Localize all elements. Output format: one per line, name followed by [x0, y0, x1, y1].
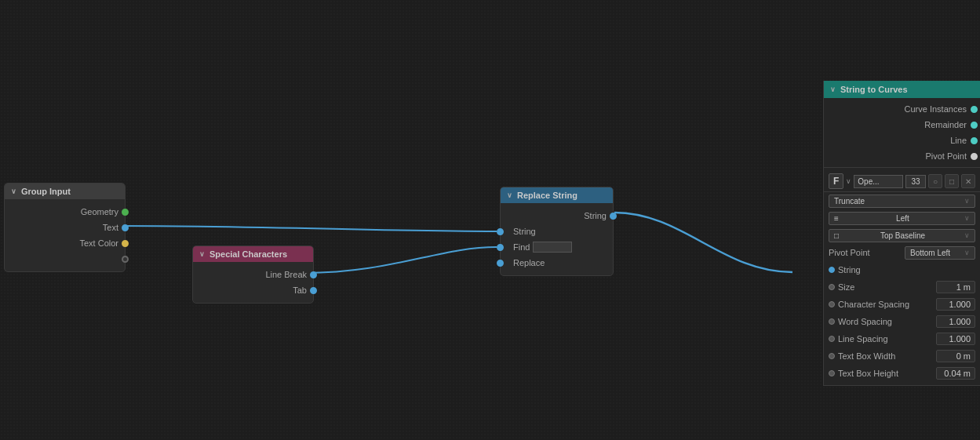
pivot-chevron: ∨ [964, 249, 970, 256]
pivot-value-label: Bottom Left [910, 249, 950, 257]
rs-string-in-label: String [513, 227, 536, 236]
text-label: Text [103, 223, 118, 232]
rs-string-out-label: String [584, 211, 607, 220]
align-icon: ≡ [834, 214, 839, 223]
rs-string-out-row: String [501, 208, 613, 224]
string-to-curves-title: String to Curves [840, 85, 908, 94]
baseline-chevron: ∨ [964, 231, 970, 239]
tab-socket[interactable] [310, 287, 317, 294]
group-input-title: Group Input [21, 187, 71, 196]
text-box-width-socket[interactable] [829, 353, 835, 359]
char-spacing-label: Character Spacing [838, 300, 936, 309]
string-socket-label: String [838, 265, 975, 275]
replace-string-body: String String Find Replace [501, 203, 613, 275]
extra-socket[interactable] [122, 256, 129, 263]
char-spacing-value[interactable]: 1.000 [936, 298, 975, 311]
remainder-row: Remainder [824, 117, 980, 133]
baseline-dropdown[interactable]: □ Top Baseline ∨ [829, 229, 975, 242]
baseline-icon: □ [834, 231, 839, 240]
geometry-socket[interactable] [122, 209, 129, 216]
align-label: Left [896, 214, 909, 223]
pivot-point-prop-row: Pivot Point Bottom Left ∨ [824, 244, 980, 261]
char-spacing-row: Character Spacing 1.000 [824, 296, 980, 313]
group-input-body: Geometry Text Text Color [5, 199, 125, 271]
properties-section: F ∨ Ope... 33 ○ □ ✕ Truncate ∨ [824, 167, 980, 385]
word-spacing-row: Word Spacing 1.000 [824, 313, 980, 330]
line-break-row: Line Break [193, 267, 313, 282]
line-break-socket[interactable] [310, 271, 317, 278]
collapse-arrow-sc[interactable]: ∨ [199, 250, 205, 258]
doc-icon[interactable]: □ [945, 174, 959, 188]
special-chars-title: Special Characters [209, 249, 287, 259]
string-socket-row: String [824, 261, 980, 278]
font-button[interactable]: F [829, 173, 843, 189]
string-to-curves-panel: ∨ String to Curves Curve Instances Remai… [823, 81, 980, 386]
line-spacing-row: Line Spacing 1.000 [824, 330, 980, 347]
text-box-height-socket[interactable] [829, 370, 835, 376]
curve-instances-row: Curve Instances [824, 101, 980, 117]
text-box-height-row: Text Box Height 0.04 m [824, 365, 980, 382]
circle-icon[interactable]: ○ [928, 174, 942, 188]
text-box-width-value[interactable]: 0 m [936, 350, 975, 362]
font-open-dropdown[interactable]: Ope... [854, 175, 903, 188]
rs-find-socket[interactable] [497, 244, 504, 251]
pivot-point-row: Pivot Point [824, 148, 980, 164]
text-box-height-value[interactable]: 0.04 m [936, 367, 975, 380]
rs-replace-socket[interactable] [497, 260, 504, 267]
rs-find-row: Find [501, 239, 613, 255]
rs-string-in-socket[interactable] [497, 228, 504, 235]
special-characters-node: ∨ Special Characters Line Break Tab [192, 245, 314, 304]
pivot-point-out-label: Pivot Point [925, 151, 967, 161]
panel-collapse-arrow[interactable]: ∨ [830, 85, 836, 93]
align-dropdown[interactable]: ≡ Left ∨ [829, 212, 975, 225]
word-spacing-value[interactable]: 1.000 [936, 315, 975, 328]
word-spacing-socket[interactable] [829, 318, 835, 325]
geometry-label: Geometry [81, 207, 118, 216]
word-spacing-label: Word Spacing [838, 317, 936, 326]
font-toolbar: F ∨ Ope... 33 ○ □ ✕ [824, 171, 980, 192]
tab-label: Tab [293, 285, 307, 295]
rs-string-out-socket[interactable] [610, 213, 617, 220]
remainder-label: Remainder [924, 120, 967, 129]
curve-instances-socket[interactable] [971, 106, 978, 113]
line-socket[interactable] [971, 137, 978, 144]
replace-string-header: ∨ Replace String [501, 187, 613, 203]
align-chevron: ∨ [964, 214, 970, 222]
line-label: Line [950, 136, 967, 145]
remainder-socket[interactable] [971, 122, 978, 129]
line-spacing-value[interactable]: 1.000 [936, 333, 975, 345]
align-row: ≡ Left ∨ [824, 209, 980, 227]
string-to-curves-header: ∨ String to Curves [824, 81, 980, 98]
line-spacing-label: Line Spacing [838, 334, 936, 344]
special-chars-body: Line Break Tab [193, 262, 313, 303]
collapse-arrow[interactable]: ∨ [11, 187, 16, 195]
rs-find-label: Find [513, 242, 530, 252]
node-editor-canvas: ∨ Group Input Geometry Text Text Color ∨ [0, 0, 980, 440]
text-socket[interactable] [122, 224, 129, 231]
line-spacing-socket[interactable] [829, 336, 835, 342]
pivot-value-dropdown[interactable]: Bottom Left ∨ [905, 246, 975, 260]
tab-row: Tab [193, 282, 313, 298]
truncate-dropdown[interactable]: Truncate ∨ [829, 195, 975, 208]
line-row: Line [824, 133, 980, 148]
replace-string-node: ∨ Replace String String String Find Repl… [500, 187, 614, 276]
size-socket[interactable] [829, 284, 835, 290]
font-size-num[interactable]: 33 [905, 175, 926, 188]
panel-outputs: Curve Instances Remainder Line Pivot Poi… [824, 98, 980, 167]
text-box-width-row: Text Box Width 0 m [824, 347, 980, 365]
close-icon[interactable]: ✕ [961, 174, 975, 188]
font-chevron: ∨ [846, 177, 851, 185]
truncate-label: Truncate [834, 197, 865, 205]
baseline-label: Top Baseline [880, 231, 925, 240]
collapse-arrow-rs[interactable]: ∨ [507, 191, 512, 199]
string-input-socket[interactable] [829, 267, 835, 273]
size-value[interactable]: 1 m [936, 281, 975, 293]
char-spacing-socket[interactable] [829, 301, 835, 307]
special-chars-header: ∨ Special Characters [193, 246, 313, 262]
baseline-row: □ Top Baseline ∨ [824, 227, 980, 244]
text-color-socket[interactable] [122, 240, 129, 247]
rs-find-input[interactable] [533, 242, 572, 253]
pivot-point-socket[interactable] [971, 153, 978, 160]
rs-replace-label: Replace [513, 258, 545, 267]
font-open-label: Ope... [858, 177, 879, 186]
